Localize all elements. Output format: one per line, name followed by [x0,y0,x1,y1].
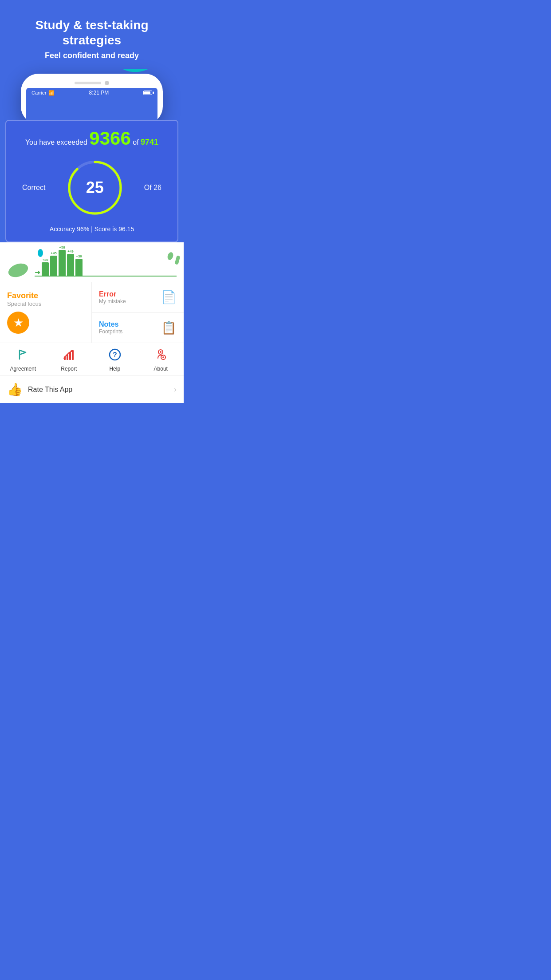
error-text: Error My mistake [99,290,126,304]
bar-5 [75,259,83,276]
thumbs-up-icon: 👍 [7,382,23,397]
nav-about[interactable]: About [138,348,184,372]
chart-area: ➜ +20 +45 +58 +49 +30 [35,245,177,276]
nav-report[interactable]: Report [46,348,92,372]
bottom-section: ➜ +20 +45 +58 +49 +30 [0,242,184,403]
battery-icon [143,91,152,95]
nav-agreement-label: Agreement [10,366,36,372]
notes-text: Notes Footprints [99,320,122,335]
chart-baseline [35,276,177,277]
error-notes-section: Error My mistake 📄 Notes Footprints 📋 [92,282,184,343]
phone-time: 8:21 PM [89,90,109,96]
status-right [143,91,152,95]
notes-item[interactable]: Notes Footprints 📋 [92,313,184,343]
favorite-section[interactable]: Favorite Special focus ★ [0,282,92,343]
notes-icon: 📋 [161,320,177,335]
notes-title: Notes [99,320,122,328]
of-score-label: Of 26 [144,184,161,192]
bar-label-5: +30 [76,254,82,258]
correct-label: Correct [22,184,45,192]
help-icon: ? [109,348,121,364]
phone-mockup-container: Carrier 📶 8:21 PM You have exceeded 9366… [0,74,184,242]
phone-status-bar: Carrier 📶 8:21 PM [26,88,157,98]
svg-point-10 [160,351,161,353]
error-icon: 📄 [161,290,177,304]
favorite-title: Favorite [7,291,41,300]
phone-speaker [75,82,101,84]
chart-bar-2: +45 [50,251,57,276]
bar-2 [50,256,57,276]
chart-bar-1: +20 [42,258,49,276]
rate-app-row[interactable]: 👍 Rate This App › [0,376,184,403]
score-circle-section: Correct 25 Of 26 [13,154,170,221]
header-section: Study & test-taking strategies Feel conf… [0,0,184,69]
favorite-subtitle: Special focus [7,300,41,307]
status-left: Carrier 📶 [31,90,55,96]
error-subtitle: My mistake [99,298,126,304]
star-icon: ★ [13,316,24,330]
wifi-icon: 📶 [48,90,55,96]
star-icon-container: ★ [7,312,29,334]
nav-agreement[interactable]: Agreement [0,348,46,372]
exceeded-count: 9366 [89,128,130,149]
score-circle: 25 [66,159,124,217]
green-oval [7,261,30,280]
error-title: Error [99,290,126,298]
of-total: 9741 [141,138,158,146]
feature-grid: Favorite Special focus ★ Error My mistak… [0,282,184,343]
svg-text:?: ? [113,351,117,359]
bar-label-1: +20 [42,258,48,262]
nav-help[interactable]: ? Help [92,348,138,372]
phone-camera [105,81,109,85]
chart-bar-4: +49 [67,249,74,276]
phone-notch [26,81,157,85]
phone-mockup: Carrier 📶 8:21 PM [5,74,178,124]
bottom-nav: Agreement Report ? [0,343,184,376]
nav-report-label: Report [61,366,77,372]
bar-4 [67,254,74,276]
bar-label-2: +45 [51,251,57,255]
bar-label-3: +58 [59,245,65,249]
chart-row: ➜ +20 +45 +58 +49 +30 [0,242,184,282]
svg-rect-5 [72,350,74,360]
exceeded-text-label: You have exceeded [25,138,87,146]
svg-rect-4 [69,352,71,360]
notes-subtitle: Footprints [99,328,122,335]
of-text: of [133,138,138,146]
bar-3 [59,250,66,276]
score-number: 25 [86,178,104,197]
header-subtitle: Feel confident and ready [9,51,175,60]
favorite-text: Favorite Special focus [7,291,41,307]
rate-app-text: Rate This App [28,386,72,394]
header-title: Study & test-taking strategies [9,18,175,47]
battery-fill [144,91,150,94]
nav-help-label: Help [109,366,120,372]
svg-point-6 [71,350,72,352]
score-card: You have exceeded 9366 of 9741 Correct 2… [5,120,178,242]
chart-bar-3: +58 [59,245,66,276]
accuracy-text: Accuracy 96% | Score is 96.15 [13,225,170,234]
chart-bar-5: +30 [75,254,83,276]
error-item[interactable]: Error My mistake 📄 [92,282,184,313]
agreement-icon [17,348,29,364]
bar-label-4: +49 [67,249,74,253]
bar-1 [42,262,49,276]
phone-outer: Carrier 📶 8:21 PM [21,74,163,124]
rate-app-left: 👍 Rate This App [7,382,72,397]
chevron-right-icon: › [174,385,177,394]
report-icon [63,348,75,364]
nav-about-label: About [154,366,168,372]
carrier-label: Carrier [31,90,47,95]
exceeded-row: You have exceeded 9366 of 9741 [13,128,170,149]
about-icon [154,348,167,364]
